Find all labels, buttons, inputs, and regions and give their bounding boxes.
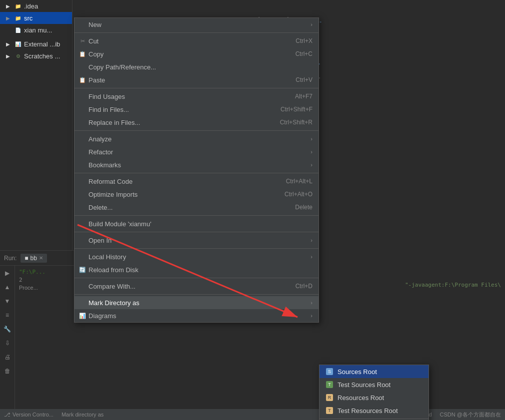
test-resources-label: Test Resources Root — [338, 407, 398, 415]
menu-item-analyze-label: Analyze — [88, 135, 306, 143]
play-icon[interactable]: ▶ — [2, 268, 13, 279]
submenu-item-test-sources[interactable]: T Test Sources Root — [320, 378, 428, 391]
status-credit: CSDN @各个方面都自在 — [440, 411, 501, 419]
mark-dir-status-label: Mark directory as — [62, 412, 104, 418]
menu-item-compare-label: Compare With... — [88, 283, 286, 290]
menu-item-copy-path[interactable]: Copy Path/Reference... — [74, 60, 318, 73]
resources-label: Resources Root — [338, 394, 384, 402]
menu-item-analyze[interactable]: Analyze › — [74, 132, 318, 145]
sources-root-icon: S — [324, 368, 334, 376]
separator-8 — [74, 278, 318, 278]
submenu-item-resources[interactable]: R Resources Root — [320, 391, 428, 404]
menu-item-mark-dir[interactable]: Mark Directory as › — [74, 296, 318, 309]
submenu-item-sources-root[interactable]: S Sources Root — [320, 365, 428, 378]
menu-item-find-usages-label: Find Usages — [88, 93, 285, 100]
menu-item-bookmarks[interactable]: Bookmarks › — [74, 158, 318, 171]
sidebar-item-src[interactable]: ▶ 📁 src — [0, 12, 72, 24]
menu-item-new[interactable]: New › — [74, 18, 318, 31]
expand-icon: ▶ — [4, 52, 12, 60]
scroll-down-icon[interactable]: ▼ — [2, 296, 13, 307]
tab-bb-label: ■ — [24, 255, 28, 262]
menu-item-reload[interactable]: 🔄 Reload from Disk — [74, 263, 318, 276]
menu-item-paste-label: Paste — [88, 76, 286, 84]
status-version-control[interactable]: ⎇ Version Contro... — [4, 412, 54, 418]
tab-bb[interactable]: ■ bb ✕ — [20, 254, 47, 263]
separator-7 — [74, 248, 318, 249]
process-text: Proce... — [19, 285, 38, 291]
sidebar-item-label: xian mu... — [24, 26, 52, 34]
menu-item-cut-label: Cut — [88, 37, 286, 45]
diagrams-icon: 📊 — [78, 312, 86, 320]
scroll-up-icon[interactable]: ▲ — [2, 282, 13, 293]
separator-6 — [74, 232, 318, 232]
menu-item-copy[interactable]: 📋 Copy Ctrl+C — [74, 47, 318, 60]
resources-icon: R — [324, 394, 334, 402]
test-sources-icon: T — [324, 381, 334, 389]
menu-item-replace-in-files-label: Replace in Files... — [88, 119, 270, 126]
ext-lib-icon: 📊 — [14, 40, 22, 48]
menu-item-optimize[interactable]: Optimize Imports Ctrl+Alt+O — [74, 188, 318, 201]
javaagent-text: "-javaagent:F:\Program Files\ — [401, 280, 505, 290]
menu-item-cut[interactable]: ✂ Cut Ctrl+X — [74, 34, 318, 47]
scroll-to-end-icon[interactable]: ⇩ — [2, 338, 13, 349]
menu-item-build-module[interactable]: Build Module 'xianmu' — [74, 217, 318, 230]
credit-label: CSDN @各个方面都自在 — [440, 411, 501, 419]
submenu-arrow-diagrams: › — [310, 313, 312, 319]
menu-item-local-history[interactable]: Local History › — [74, 250, 318, 263]
menu-item-local-history-label: Local History — [88, 253, 306, 261]
file-icon: 📄 — [14, 26, 22, 34]
sidebar-item-ext-lib[interactable]: ▶ 📊 External ...ib — [0, 38, 72, 50]
expand-icon: ▶ — [4, 40, 12, 48]
replace-in-files-shortcut: Ctrl+Shift+R — [280, 119, 312, 126]
test-resources-icon: T — [324, 407, 334, 415]
menu-item-reformat[interactable]: Reformat Code Ctrl+Alt+L — [74, 175, 318, 188]
expand-icon: ▶ — [4, 2, 12, 10]
separator-3 — [74, 130, 318, 131]
spacer — [4, 26, 12, 34]
path-text: "F:\P... — [19, 269, 46, 275]
menu-item-compare[interactable]: Compare With... Ctrl+D — [74, 280, 318, 293]
submenu-arrow-open-in: › — [310, 237, 312, 243]
submenu-mark-directory: S Sources Root T Test Sources Root R Res… — [319, 365, 429, 420]
menu-item-paste[interactable]: 📋 Paste Ctrl+V — [74, 73, 318, 86]
menu-item-diagrams[interactable]: 📊 Diagrams › — [74, 309, 318, 322]
submenu-arrow-local-history: › — [310, 254, 312, 260]
expand-icon: ▶ — [4, 14, 12, 22]
menu-item-build-module-label: Build Module 'xianmu' — [88, 220, 312, 228]
tools-icon[interactable]: 🔧 — [2, 324, 13, 335]
copy-icon: 📋 — [78, 50, 86, 58]
sidebar-item-file[interactable]: 📄 xian mu... — [0, 24, 72, 36]
menu-item-refactor[interactable]: Refactor › — [74, 145, 318, 158]
cut-icon: ✂ — [78, 37, 86, 45]
print-icon[interactable]: 🖨 — [2, 352, 13, 363]
separator-2 — [74, 88, 318, 88]
submenu-item-test-resources[interactable]: T Test Resources Root — [320, 404, 428, 417]
menu-item-new-label: New — [88, 21, 306, 28]
lines-icon[interactable]: ≡ — [2, 310, 13, 321]
version-control-label: Version Contro... — [12, 412, 54, 418]
sources-root-label: Sources Root — [338, 368, 377, 376]
tab-close-icon[interactable]: ✕ — [39, 255, 43, 261]
trash-icon[interactable]: 🗑 — [2, 366, 13, 377]
sidebar-item-idea[interactable]: ▶ 📁 .idea — [0, 0, 72, 12]
menu-item-copy-path-label: Copy Path/Reference... — [88, 63, 312, 71]
sidebar-item-scratches[interactable]: ▶ ⚙ Scratches ... — [0, 50, 72, 62]
menu-item-find-in-files[interactable]: Find in Files... Ctrl+Shift+F — [74, 103, 318, 116]
menu-item-find-in-files-label: Find in Files... — [88, 106, 270, 113]
menu-item-mark-dir-label: Mark Directory as — [88, 299, 306, 307]
find-usages-shortcut: Alt+F7 — [295, 93, 312, 100]
sidebar-item-label: External ...ib — [24, 40, 60, 48]
menu-item-refactor-label: Refactor — [88, 148, 306, 156]
compare-shortcut: Ctrl+D — [296, 283, 312, 290]
menu-item-open-in[interactable]: Open In › — [74, 234, 318, 247]
scratches-icon: ⚙ — [14, 52, 22, 60]
menu-item-delete[interactable]: Delete... Delete — [74, 201, 318, 214]
menu-item-find-usages[interactable]: Find Usages Alt+F7 — [74, 90, 318, 103]
menu-item-replace-in-files[interactable]: Replace in Files... Ctrl+Shift+R — [74, 116, 318, 129]
paste-icon: 📋 — [78, 76, 86, 84]
separator-1 — [74, 32, 318, 33]
menu-item-delete-label: Delete... — [88, 204, 285, 211]
status-mark-dir: Mark directory as — [62, 412, 104, 418]
submenu-arrow-refactor: › — [310, 149, 312, 155]
delete-shortcut: Delete — [295, 204, 312, 211]
